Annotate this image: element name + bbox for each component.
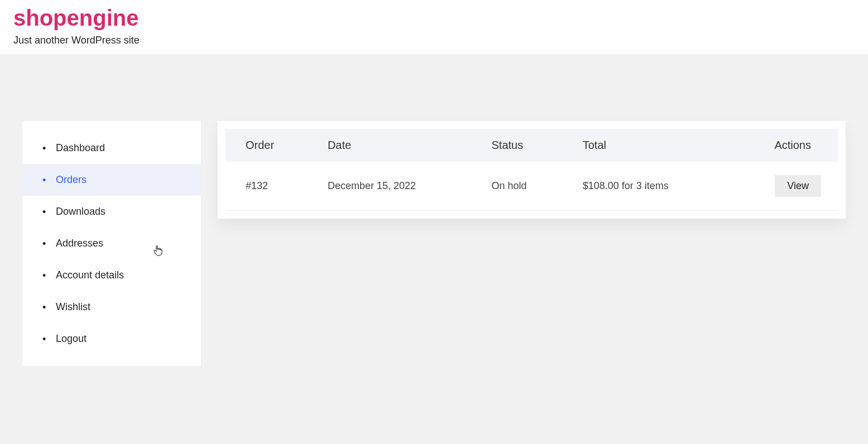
order-number-cell[interactable]: #132	[226, 162, 308, 211]
view-order-button[interactable]: View	[775, 175, 821, 197]
sidebar-item-orders[interactable]: Orders	[22, 164, 201, 196]
sidebar-item-label: Dashboard	[56, 142, 105, 153]
orders-table-header-row: Order Date Status Total Actions	[226, 129, 838, 162]
sidebar-item-addresses[interactable]: Addresses	[22, 228, 201, 259]
sidebar-item-label: Orders	[56, 174, 87, 185]
sidebar-item-dashboard[interactable]: Dashboard	[22, 132, 201, 164]
column-header-actions: Actions	[723, 129, 838, 162]
order-status-cell: On hold	[471, 162, 562, 211]
table-row: #132 December 15, 2022 On hold $108.00 f…	[226, 162, 838, 211]
sidebar-item-account-details[interactable]: Account details	[22, 259, 201, 291]
sidebar-item-label: Addresses	[56, 238, 103, 249]
sidebar-item-logout[interactable]: Logout	[22, 323, 201, 355]
site-tagline: Just another WordPress site	[13, 35, 855, 46]
sidebar-item-wishlist[interactable]: Wishlist	[22, 291, 201, 323]
account-sidebar: Dashboard Orders Downloads Addresses Acc…	[22, 121, 201, 366]
column-header-status: Status	[471, 129, 562, 162]
orders-table: Order Date Status Total Actions #132 Dec…	[226, 129, 838, 211]
site-header: shopengine Just another WordPress site	[0, 0, 868, 54]
sidebar-item-downloads[interactable]: Downloads	[22, 196, 201, 228]
site-title[interactable]: shopengine	[13, 4, 855, 31]
sidebar-item-label: Logout	[56, 333, 87, 344]
column-header-date: Date	[308, 129, 472, 162]
order-date-cell: December 15, 2022	[308, 162, 472, 211]
sidebar-item-label: Wishlist	[56, 301, 90, 312]
sidebar-item-label: Account details	[56, 269, 124, 281]
orders-panel: Order Date Status Total Actions #132 Dec…	[218, 121, 846, 219]
column-header-order: Order	[226, 129, 308, 162]
column-header-total: Total	[563, 129, 723, 162]
order-total-cell: $108.00 for 3 items	[563, 162, 723, 211]
sidebar-item-label: Downloads	[56, 206, 105, 217]
order-actions-cell: View	[723, 162, 838, 211]
account-content: Dashboard Orders Downloads Addresses Acc…	[0, 54, 868, 388]
